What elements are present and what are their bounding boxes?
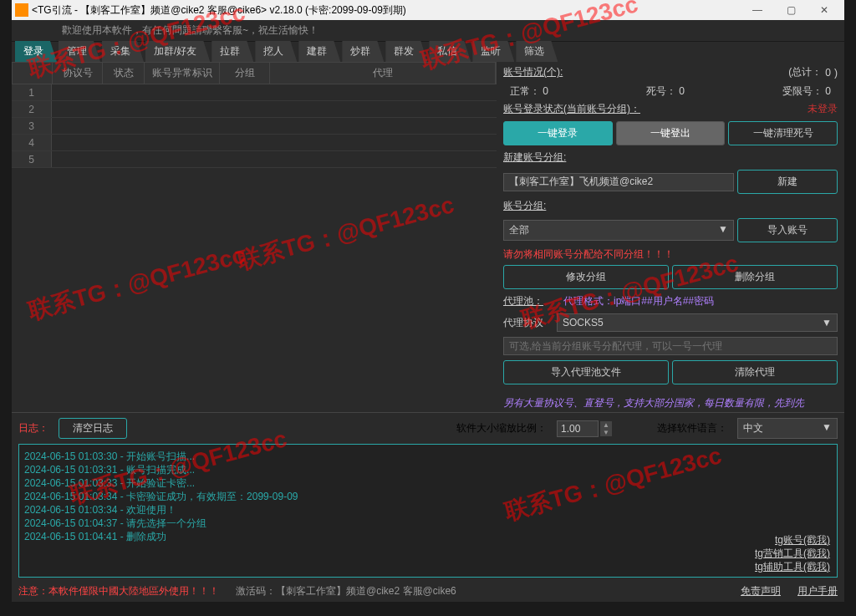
tab-bar: 登录 管理 采集 加群/好友 拉群 挖人 建群 炒群 群发 私信 监听 筛选: [12, 42, 844, 62]
account-table-panel: 协议号 状态 账号异常标识 分组 代理 1 2 3 4 5: [12, 62, 497, 412]
login-button[interactable]: 一键登录: [503, 121, 613, 145]
group-select[interactable]: 全部 ▼: [503, 220, 734, 241]
col-group: 分组: [220, 63, 270, 84]
limit-value: 0: [825, 85, 831, 97]
log-line: 2024-06-15 01:03:34 - 欢迎使用！: [24, 503, 832, 517]
proxy-input[interactable]: [503, 337, 838, 355]
activation-label: 激活码：: [236, 585, 276, 597]
log-area: 2024-06-15 01:03:30 - 开始账号扫描... 2024-06-…: [18, 444, 838, 578]
link-marketing[interactable]: tg营销工具(戳我): [755, 547, 830, 560]
tab-filter[interactable]: 筛选: [516, 41, 558, 62]
footer: 注意：本軟件僅限中國大陸地區外使用！！！ 激活码：【刺客工作室】频道@cike2…: [12, 581, 844, 602]
activation-value: 【刺客工作室】频道@cike2 客服@cike6: [276, 585, 456, 597]
dead-label: 死号：: [646, 85, 676, 97]
newgroup-input[interactable]: [503, 173, 734, 191]
import-account-button[interactable]: 导入账号: [737, 218, 838, 242]
delete-group-button[interactable]: 删除分组: [672, 265, 838, 289]
col-proxy: 代理: [270, 63, 496, 84]
tab-monitor[interactable]: 监听: [472, 41, 514, 62]
limit-label: 受限号：: [782, 85, 823, 97]
tab-dm[interactable]: 私信: [429, 41, 471, 62]
clear-log-button[interactable]: 清空日志: [59, 418, 127, 439]
disclaimer-link[interactable]: 免责声明: [741, 584, 781, 598]
control-panel: 账号情况(个): (总计： 0 ) 正常： 0 死号： 0 受限号： 0 账号登…: [497, 62, 844, 412]
total-value: 0: [825, 67, 831, 79]
import-proxy-button[interactable]: 导入代理池文件: [503, 360, 669, 384]
link-account[interactable]: tg账号(戳我): [755, 533, 830, 547]
group-label: 账号分组:: [503, 199, 546, 213]
link-assist[interactable]: tg辅助工具(戳我): [755, 560, 830, 573]
total-label: (总计：: [788, 65, 822, 79]
proxy-label: 代理池：: [503, 294, 543, 308]
app-icon: [15, 3, 28, 17]
log-line: 2024-06-15 01:03:34 - 卡密验证成功，有效期至：2099-0…: [24, 490, 832, 503]
titlebar: <TG引流 - 【刺客工作室】频道@cike2 客服@cike6> v2.18.…: [12, 0, 844, 20]
col-status: 状态: [103, 63, 145, 84]
footer-warning: 注意：本軟件僅限中國大陸地區外使用！！！: [18, 584, 219, 598]
lang-label: 选择软件语言：: [657, 421, 727, 435]
newgroup-label: 新建账号分组:: [503, 150, 566, 165]
tab-mass[interactable]: 群发: [385, 41, 427, 62]
modify-group-button[interactable]: 修改分组: [503, 265, 669, 289]
col-protocol: 协议号: [53, 63, 103, 84]
col-abnormal: 账号异常标识: [145, 63, 220, 84]
lang-select[interactable]: 中文 ▼: [737, 418, 838, 439]
maximize-button[interactable]: ▢: [774, 4, 808, 16]
tab-buildgroup[interactable]: 建群: [298, 41, 340, 62]
zoom-spinner[interactable]: ▲▼: [557, 420, 612, 437]
newgroup-button[interactable]: 新建: [737, 170, 838, 194]
table-row[interactable]: 2: [12, 101, 497, 118]
manual-link[interactable]: 用户手册: [797, 584, 838, 598]
close-button[interactable]: ✕: [808, 4, 841, 16]
proxy-hint: 代理格式：ip端口##用户名##密码: [563, 294, 714, 308]
minimize-button[interactable]: —: [741, 4, 774, 16]
tab-collect[interactable]: 采集: [102, 41, 144, 62]
tab-addgroup[interactable]: 加群/好友: [145, 41, 210, 62]
zoom-label: 软件大小缩放比例：: [456, 421, 547, 435]
tab-manage[interactable]: 管理: [59, 41, 100, 62]
promo-text: 另有大量协议号、直登号，支持大部分国家，每日数量有限，先到先得！！！: [503, 396, 838, 412]
log-line: 2024-06-15 01:03:31 - 账号扫描完成...: [24, 463, 832, 476]
log-label: 日志：: [18, 421, 48, 435]
log-line: 2024-06-15 01:03:33 - 开始验证卡密...: [24, 476, 832, 490]
zoom-down-icon[interactable]: ▼: [600, 429, 612, 436]
status-label: 账号情况(个):: [503, 65, 563, 79]
log-line: 2024-06-15 01:04:37 - 请先选择一个分组: [24, 517, 832, 530]
clean-dead-button[interactable]: 一键清理死号: [728, 121, 838, 145]
warning-text: 请勿将相同账号分配给不同分组！！！: [503, 247, 838, 262]
login-state-value: 未登录: [808, 102, 838, 116]
proxy-proto-select[interactable]: SOCKS5 ▼: [557, 313, 838, 332]
dead-value: 0: [679, 85, 685, 97]
tab-login[interactable]: 登录: [15, 41, 57, 62]
zoom-input[interactable]: [557, 420, 599, 437]
table-header: 协议号 状态 账号异常标识 分组 代理: [12, 62, 497, 84]
table-row[interactable]: 3: [12, 118, 497, 135]
table-row[interactable]: 1: [12, 84, 497, 101]
zoom-up-icon[interactable]: ▲: [600, 421, 612, 429]
window-title: <TG引流 - 【刺客工作室】频道@cike2 客服@cike6> v2.18.…: [32, 3, 741, 18]
table-row[interactable]: 4: [12, 135, 497, 151]
proxy-proto-label: 代理协议: [503, 316, 553, 330]
logout-button[interactable]: 一键登出: [616, 121, 726, 145]
log-line: 2024-06-15 01:04:41 - 删除成功: [24, 530, 832, 543]
normal-value: 0: [543, 85, 548, 97]
normal-label: 正常：: [510, 85, 540, 97]
tab-dig[interactable]: 挖人: [255, 41, 297, 62]
table-row[interactable]: 5: [12, 151, 497, 168]
log-line: 2024-06-15 01:03:30 - 开始账号扫描...: [24, 450, 832, 463]
welcome-text: 歡迎使用本軟件，有任何問題請聯繫客服~，祝生活愉快！: [12, 20, 844, 42]
login-state-label: 账号登录状态(当前账号分组)：: [503, 102, 640, 116]
promo-links: tg账号(戳我) tg营销工具(戳我) tg辅助工具(戳我): [755, 533, 830, 573]
main-window: <TG引流 - 【刺客工作室】频道@cike2 客服@cike6> v2.18.…: [12, 0, 844, 602]
tab-pullgroup[interactable]: 拉群: [211, 41, 253, 62]
tab-frygroup[interactable]: 炒群: [342, 41, 384, 62]
mid-toolbar: 日志： 清空日志 软件大小缩放比例： ▲▼ 选择软件语言： 中文 ▼: [12, 412, 844, 444]
clear-proxy-button[interactable]: 清除代理: [672, 360, 838, 384]
